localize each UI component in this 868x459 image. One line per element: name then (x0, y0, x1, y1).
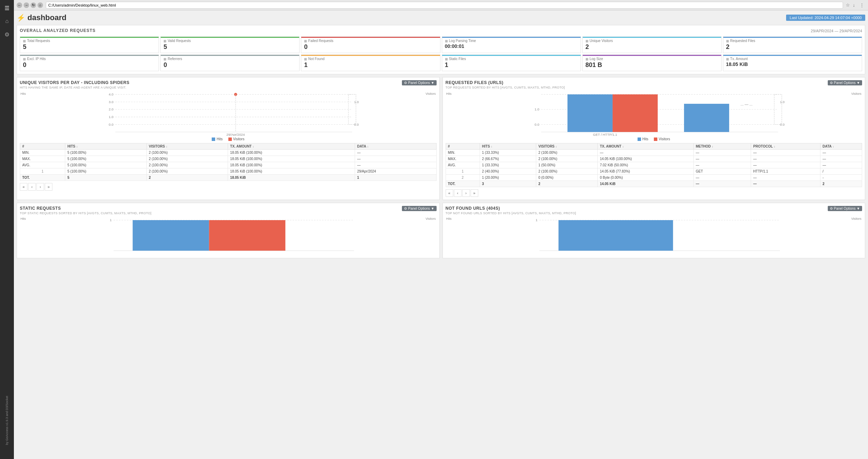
panels-row-main: UNIQUE VISITORS PER DAY - INCLUDING SPID… (17, 77, 865, 200)
svg-rect-34 (654, 137, 657, 141)
req-y-label: Hits (446, 92, 452, 95)
notfound-chart-svg: 1 (446, 216, 862, 254)
table-row: AVG. 5 (100.00%) 2 (100.00%) 18.05 KiB (… (20, 162, 437, 168)
req-page-first[interactable]: « (446, 189, 453, 197)
ip-icon: ▦ (23, 57, 26, 61)
svg-text:1.0: 1.0 (780, 100, 785, 104)
col-num: # (20, 143, 65, 150)
notfound-icon: ▦ (304, 57, 307, 61)
visitors-chart: Hits Visitors 4.0 3.0 2.0 1 (20, 91, 437, 136)
logo-icon: ⚡ (17, 14, 25, 22)
sidebar-home-icon[interactable]: ⌂ (2, 16, 12, 26)
table-row-total: TOT. 5 2 18.05 KiB 1 (20, 175, 437, 181)
stat-static-files-value: 1 (445, 61, 578, 69)
logo-text: dashboard (27, 13, 66, 22)
stat-tx-amount-label: Tx. Amount (730, 57, 748, 61)
stat-valid-requests: ▦ Valid Requests 5 (160, 36, 300, 53)
svg-text:0.0: 0.0 (780, 123, 785, 126)
reload-button[interactable]: ↻ (31, 2, 36, 8)
req-legend-hits: Hits (638, 137, 648, 141)
req-col-protocol[interactable]: PROTOCOL ↕ (751, 143, 820, 150)
req-page-last[interactable]: » (471, 189, 478, 197)
req-legend-hits-icon (638, 137, 641, 141)
browser-right-icons: ☆ ↓ ⋮ (846, 2, 865, 8)
download-icon[interactable]: ↓ (853, 2, 858, 8)
requested-files-panel-title: REQUESTED FILES (URLS) (446, 80, 565, 85)
table-row: 1 2 (40.00%) 2 (100.00%) 14.05 KiB (77.8… (446, 168, 862, 175)
svg-text:1: 1 (536, 218, 538, 222)
visitors-y-label-right: Visitors (425, 92, 436, 95)
svg-rect-18 (228, 137, 232, 141)
req-col-visitors[interactable]: VISITORS ↕ (536, 143, 598, 150)
req-col-tx[interactable]: TX. AMOUNT ↕ (598, 143, 693, 150)
page-first[interactable]: « (20, 183, 27, 191)
static-icon: ▦ (445, 57, 448, 61)
svg-text:0.0: 0.0 (109, 123, 113, 126)
svg-rect-43 (558, 220, 673, 251)
svg-text:1.0: 1.0 (534, 107, 539, 111)
svg-rect-38 (133, 220, 209, 251)
stats-title: OVERALL ANALYZED REQUESTS (20, 28, 96, 33)
sidebar: ☰ ⌂ ⚙ by GoAccess v1.9.3 and D3/Socket (0, 0, 14, 459)
stat-unique-visitors-label: Unique Visitors (590, 39, 613, 43)
home-button[interactable]: ⌂ (37, 2, 43, 8)
req-table: # HITS ↕ VISITORS ↕ TX. AMOUNT ↕ METHOD … (446, 143, 862, 187)
page-next[interactable]: › (36, 183, 44, 191)
address-bar[interactable] (46, 2, 843, 9)
table-row: AVG. 1 (33.33%) 1 (50.00%) 7.02 KiB (50.… (446, 162, 862, 168)
page-last[interactable]: » (45, 183, 52, 191)
forward-button[interactable]: → (24, 2, 29, 8)
visitors-legend: Hits Visitors (20, 137, 437, 141)
stat-not-found-value: 1 (304, 61, 437, 69)
req-page-prev[interactable]: ‹ (454, 189, 462, 197)
stat-log-size-label: Log Size (590, 57, 603, 61)
legend-visitors: Visitors (228, 137, 245, 141)
sidebar-gear-icon[interactable]: ⚙ (2, 29, 12, 40)
stat-log-size-value: 801 B (585, 61, 718, 69)
requested-files-panel-header: REQUESTED FILES (URLS) TOP REQUESTS SORT… (446, 80, 862, 89)
req-legend: Hits Visitors (446, 137, 862, 141)
stat-valid-requests-label: Valid Requests (168, 39, 191, 43)
menu-icon[interactable]: ⋮ (860, 2, 865, 8)
table-row: MIN. 1 (33.33%) 2 (100.00%) — — — — (446, 150, 862, 156)
stat-requested-files: ▦ Requested Files 2 (723, 36, 862, 53)
stat-total-requests: ▦ Total Requests 5 (20, 36, 159, 53)
stat-excl-ip-value: 0 (23, 61, 156, 69)
stat-tx-amount: ▦ Tx. Amount 18.05 KiB (723, 55, 862, 71)
stat-log-parsing-label: Log Parsing Time (449, 39, 476, 43)
not-found-panel-options[interactable]: ⚙ Panel Options ▼ (828, 206, 862, 211)
svg-text:1.0: 1.0 (354, 100, 359, 104)
req-col-hits[interactable]: HITS ↕ (480, 143, 536, 150)
col-tx[interactable]: TX. AMOUNT ↕ (228, 143, 355, 150)
logo: ⚡ dashboard (17, 13, 66, 22)
stats-row-bottom: ▦ Excl. IP Hits 0 ▦ Referrers 0 ▦ (20, 55, 862, 71)
page-prev[interactable]: ‹ (28, 183, 36, 191)
col-visitors[interactable]: VISITORS ↕ (146, 143, 228, 150)
visitors-panel-subtitle: HITS HAVING THE SAME IP, DATE AND AGENT … (20, 86, 129, 89)
stat-not-found: ▦ Not Found 1 (301, 55, 440, 71)
static-chart: Hits Visitors 1 (20, 216, 437, 254)
visitors-panel-options[interactable]: ⚙ Panel Options ▼ (402, 80, 436, 85)
star-icon[interactable]: ☆ (846, 2, 851, 8)
tx-icon: ▦ (726, 57, 729, 61)
stat-requested-files-value: 2 (726, 43, 859, 51)
req-col-data[interactable]: DATA ↕ (820, 143, 862, 150)
bottom-panels: STATIC REQUESTS TOP STATIC REQUESTS SORT… (17, 203, 865, 258)
svg-rect-29 (684, 104, 729, 132)
col-hits[interactable]: HITS ↕ (65, 143, 146, 150)
stat-total-requests-label: Total Requests (27, 39, 50, 43)
back-button[interactable]: ← (17, 2, 22, 8)
req-col-method[interactable]: METHOD ↕ (693, 143, 751, 150)
chart-icon2: ▦ (163, 39, 167, 43)
legend-hits: Hits (212, 137, 222, 141)
col-data[interactable]: DATA ↕ (355, 143, 436, 150)
svg-text:... — ...: ... — ... (740, 102, 752, 106)
stats-section: OVERALL ANALYZED REQUESTS 29/APR/2024 — … (17, 25, 865, 74)
requested-files-panel-options[interactable]: ⚙ Panel Options ▼ (828, 80, 862, 85)
req-page-next[interactable]: › (462, 189, 470, 197)
sidebar-menu-icon[interactable]: ☰ (2, 3, 12, 13)
requested-files-panel-subtitle: TOP REQUESTS SORTED BY HITS [AVGTS, CUMT… (446, 86, 565, 89)
stat-failed-requests-value: 0 (304, 43, 437, 51)
visitors-chart-svg: 4.0 3.0 2.0 1.0 0.0 1.0 0.0 29/Apr/202 (20, 91, 437, 136)
static-requests-panel-options[interactable]: ⚙ Panel Options ▼ (402, 206, 436, 211)
